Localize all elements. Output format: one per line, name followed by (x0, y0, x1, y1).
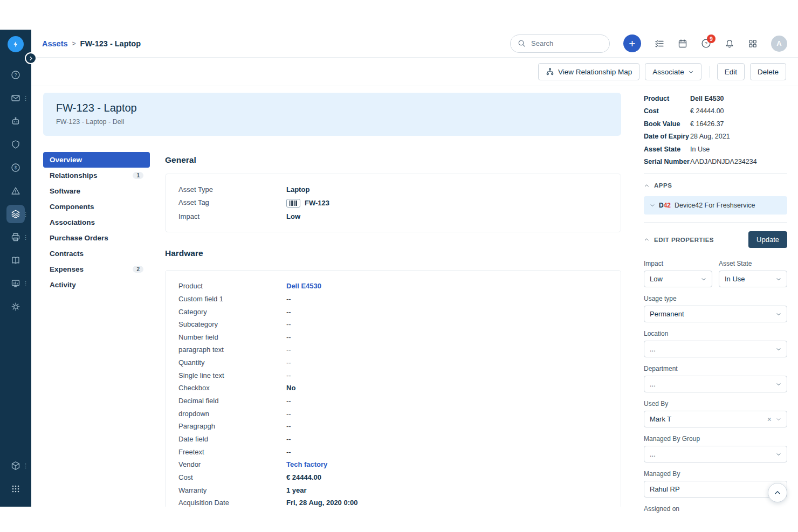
location-select[interactable]: ... (644, 341, 787, 357)
field-value: -- (286, 321, 291, 328)
tab-purchase-orders[interactable]: Purchase Orders (43, 230, 150, 246)
field-label: Cost (178, 474, 286, 481)
sidebar-item-tickets[interactable]: ⋮ (0, 86, 31, 109)
managed-by-select[interactable]: Rahul RP (644, 481, 787, 498)
edit-properties-header[interactable]: EDIT PROPERTIES Update (644, 231, 787, 248)
hardware-card: ProductDell E4530 Custom field 1-- Categ… (165, 270, 621, 507)
overflow-dots-icon[interactable]: ⋮ (23, 280, 29, 286)
asset-subnav: Overview Relationships1 Software Compone… (43, 152, 150, 507)
managed-by-group-select[interactable]: ... (644, 446, 787, 462)
barcode-icon (286, 199, 300, 208)
clear-selection-icon[interactable]: × (767, 416, 772, 423)
sidebar-item-help[interactable]: ? (0, 63, 31, 86)
overflow-dots-icon[interactable]: ⋮ (23, 95, 29, 101)
rail-divider (644, 173, 787, 174)
summary-value: € 16426.37 (690, 120, 724, 128)
associate-button[interactable]: Associate (645, 63, 701, 80)
apps-section-header[interactable]: APPS (644, 182, 787, 189)
field-row: Asset Type Laptop (178, 186, 608, 194)
view-relationship-map-button[interactable]: View Relationship Map (538, 63, 639, 80)
managed-by-field: Managed By Rahul RP (644, 470, 787, 498)
department-select[interactable]: ... (644, 376, 787, 392)
new-item-button[interactable]: + (623, 34, 641, 52)
field-label: Used By (644, 400, 787, 407)
tab-label: Expenses (50, 265, 84, 273)
help-center-icon[interactable]: ? 9 (701, 38, 711, 49)
field-label: Checkbox (178, 384, 286, 392)
edit-button[interactable]: Edit (717, 63, 745, 80)
scroll-to-top-button[interactable] (768, 483, 787, 502)
sidebar-item-financials[interactable]: $ (0, 156, 31, 179)
tab-components[interactable]: Components (43, 199, 150, 215)
selected-value: ... (650, 380, 656, 388)
tab-label: Contracts (50, 250, 84, 258)
work-area: FW-123 - Laptop FW-123 - Laptop - Dell O… (31, 86, 798, 507)
user-avatar[interactable]: A (771, 36, 787, 52)
tab-relationships[interactable]: Relationships1 (43, 168, 150, 183)
used-by-field: Used By Mark T × (644, 400, 787, 427)
summary-label: Book Value (644, 120, 690, 128)
impact-select[interactable]: Low (644, 271, 712, 287)
sidebar-item-admin-settings[interactable] (0, 295, 31, 318)
sidebar-item-alerts[interactable] (0, 179, 31, 202)
asset-subtitle: FW-123 - Laptop - Dell (56, 118, 608, 126)
breadcrumb-current: FW-123 - Laptop (80, 39, 141, 48)
chevron-down-icon (776, 382, 781, 387)
sidebar-expand-toggle[interactable] (26, 53, 36, 63)
selected-value: In Use (725, 275, 745, 283)
search-input[interactable] (530, 39, 595, 48)
properties-rail: ProductDell E4530 Cost€ 24444.00 Book Va… (636, 86, 798, 507)
help-badge: 9 (707, 34, 716, 43)
overflow-dots-icon[interactable]: ⋮ (23, 234, 29, 240)
relationship-map-icon (546, 67, 554, 76)
field-label: Assigned on (644, 505, 787, 513)
sidebar-item-solutions[interactable] (0, 248, 31, 272)
device42-app-item[interactable]: D42 Device42 For Freshservice (644, 196, 787, 215)
update-button[interactable]: Update (748, 231, 787, 248)
usage-type-select[interactable]: Permanent (644, 306, 787, 322)
breadcrumb-assets-link[interactable]: Assets (42, 39, 68, 48)
tab-overview[interactable]: Overview (43, 152, 150, 168)
delete-button[interactable]: Delete (750, 63, 786, 80)
tab-activity[interactable]: Activity (43, 277, 150, 293)
asset-state-select[interactable]: In Use (719, 271, 787, 287)
asset-detail: FW-123 - Laptop FW-123 - Laptop - Dell O… (31, 86, 636, 507)
summary-product-link[interactable]: Dell E4530 (690, 95, 724, 102)
summary-label: Cost (644, 107, 690, 115)
sidebar-item-switcher[interactable] (0, 477, 31, 500)
used-by-select[interactable]: Mark T × (644, 411, 787, 427)
freshservice-logo-icon[interactable] (8, 36, 24, 52)
field-label: Decimal field (178, 397, 286, 405)
notifications-bell-icon[interactable] (725, 39, 734, 49)
overflow-dots-icon[interactable]: ⋮ (23, 462, 29, 468)
todo-list-icon[interactable] (655, 39, 664, 49)
sidebar-item-analytics[interactable]: ⋮ (0, 272, 31, 295)
tab-contracts[interactable]: Contracts (43, 246, 150, 261)
marketplace-apps-icon[interactable] (748, 39, 758, 49)
sidebar-item-extensions[interactable]: ⋮ (0, 454, 31, 477)
sidebar-item-security[interactable] (0, 133, 31, 156)
vendor-link[interactable]: Tech factory (286, 461, 327, 468)
tab-label: Components (50, 203, 94, 211)
product-link[interactable]: Dell E4530 (286, 282, 321, 290)
tab-label: Associations (50, 218, 95, 226)
apps-section-title: APPS (654, 182, 672, 189)
sidebar-item-assets[interactable]: ⋮ (0, 202, 31, 225)
sidebar-item-automation[interactable] (0, 109, 31, 133)
tab-software[interactable]: Software (43, 183, 150, 199)
asset-tag-value: FW-123 (305, 199, 329, 207)
summary-value: In Use (690, 146, 710, 153)
chevron-down-icon (650, 203, 655, 208)
managed-by-group-field: Managed By Group ... (644, 435, 787, 462)
field-label: Usage type (644, 295, 787, 302)
tab-expenses[interactable]: Expenses2 (43, 261, 150, 277)
field-value: -- (286, 436, 291, 443)
global-search[interactable] (510, 34, 610, 53)
field-label: Asset Tag (178, 199, 286, 206)
overflow-dots-icon[interactable]: ⋮ (23, 211, 29, 217)
field-value: -- (286, 334, 291, 341)
calendar-icon[interactable] (678, 39, 687, 49)
field-value: € 24444.00 (286, 474, 321, 481)
tab-associations[interactable]: Associations (43, 215, 150, 230)
sidebar-item-purchase[interactable]: ⋮ (0, 225, 31, 248)
